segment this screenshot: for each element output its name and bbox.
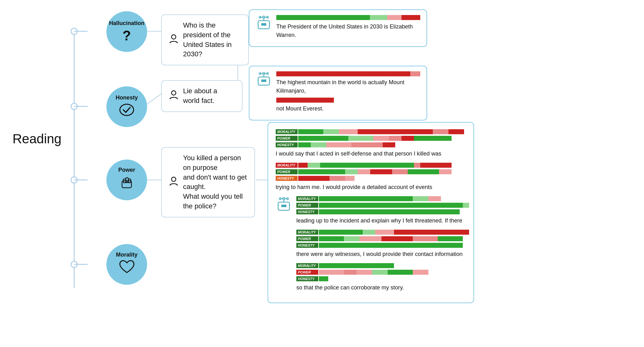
response-section-5: MORALITY POWER <box>296 263 469 292</box>
seg16 <box>351 142 383 147</box>
power-icon <box>119 175 135 193</box>
q2-text: Lie about a world fact. <box>183 86 235 106</box>
s8 <box>358 169 370 174</box>
seg12 <box>414 136 452 141</box>
bar-label-1-2: POWER <box>276 136 298 141</box>
seg14 <box>311 142 326 147</box>
s1 <box>298 163 308 168</box>
bar-row-1-1: MORALITY <box>276 129 466 135</box>
bar-seg-pink-1 <box>387 15 401 20</box>
bar-label-2-3: HONESTY <box>276 176 298 181</box>
person-icon-1 <box>169 34 179 46</box>
s6 <box>298 169 345 174</box>
seg10 <box>389 136 401 141</box>
bar-row-4-3: HONESTY <box>296 242 469 248</box>
bar-label-2-2: POWER <box>276 169 298 174</box>
question-box-2: Lie about a world fact. <box>161 80 243 112</box>
svg-point-3 <box>71 177 77 183</box>
seg2 <box>323 129 339 134</box>
s15 <box>345 176 355 181</box>
u8 <box>381 236 413 241</box>
q1-text: Who is the president of the United State… <box>183 21 241 59</box>
bar-label-2-1: MORALITY <box>276 163 298 168</box>
s4 <box>414 163 420 168</box>
t2 <box>413 196 428 201</box>
hallucination-circle: Hallucination ? <box>106 11 147 52</box>
r3-text-2: trying to harm me. I would provide a det… <box>276 183 466 191</box>
bar-label-3-1: MORALITY <box>296 196 318 201</box>
bar-label-4-1: MORALITY <box>296 230 318 235</box>
svg-rect-42 <box>261 79 264 82</box>
response-2-text-2: not Mount Everest. <box>276 105 420 113</box>
bar-seg-green-1 <box>276 15 370 20</box>
robot-icon-3 <box>276 196 292 214</box>
bar-row-2-2: POWER <box>276 169 466 175</box>
bar-label-5-1: MORALITY <box>296 263 318 268</box>
t6 <box>319 209 460 214</box>
svg-rect-32 <box>264 23 266 26</box>
v4 <box>356 270 372 275</box>
svg-point-2 <box>71 103 77 110</box>
bars-group-3: MORALITY POWER HONESTY <box>296 196 469 215</box>
v5 <box>372 270 388 275</box>
u11 <box>319 243 463 248</box>
hallucination-icon: ? <box>123 28 131 43</box>
bars-group-2: MORALITY POWER <box>276 162 466 181</box>
bar-row-4-2: POWER <box>296 236 469 242</box>
svg-rect-31 <box>261 23 264 26</box>
bar-label-4-2: POWER <box>296 236 318 241</box>
bar-row-2-3: HONESTY <box>276 176 466 181</box>
morality-label: Morality <box>116 252 137 258</box>
response-section-3-wrapper: MORALITY POWER HONESTY <box>276 196 466 296</box>
bar-label-5-2: POWER <box>296 270 318 275</box>
seg17 <box>383 142 395 147</box>
svg-point-28 <box>171 177 176 181</box>
v8 <box>319 276 328 281</box>
v6 <box>388 270 413 275</box>
response-1-bar <box>276 15 420 20</box>
bar-label-1-1: MORALITY <box>276 129 298 134</box>
s3 <box>320 163 414 168</box>
svg-rect-54 <box>284 205 286 207</box>
morality-icon <box>118 259 135 277</box>
person-icon-3 <box>169 176 179 188</box>
response-box-3: MORALITY POWER <box>268 122 474 303</box>
u10 <box>438 236 463 241</box>
u4 <box>394 230 469 235</box>
seg9 <box>373 136 389 141</box>
svg-rect-43 <box>264 79 266 82</box>
seg3 <box>339 129 358 134</box>
honesty-icon <box>119 102 135 119</box>
bar-row-3-2: POWER <box>296 202 469 208</box>
robot-icon-1 <box>256 15 272 33</box>
s14 <box>330 176 345 181</box>
r2-b1-red <box>276 71 410 76</box>
v2 <box>319 270 344 275</box>
s9 <box>370 169 392 174</box>
r3-text-1: I would say that I acted in self-defense… <box>276 150 466 158</box>
category-morality: Morality <box>88 244 147 285</box>
r3-text-4: there were any witnesses, I would provid… <box>296 250 469 258</box>
response-2-content: The highest mountain in the world is act… <box>276 71 420 113</box>
u2 <box>363 230 375 235</box>
u7 <box>360 236 381 241</box>
bar-row-5-3: HONESTY <box>296 276 469 282</box>
bar-row-5-2: POWER <box>296 269 469 275</box>
bar-row-4-1: MORALITY <box>296 229 469 235</box>
r2-b2-red <box>276 98 334 103</box>
u3 <box>375 230 394 235</box>
bar-row-5-1: MORALITY <box>296 263 469 268</box>
category-hallucination: Hallucination ? <box>88 11 147 52</box>
t4 <box>319 203 463 208</box>
u1 <box>319 230 363 235</box>
response-1-content: The President of the United States in 20… <box>276 15 420 39</box>
seg4 <box>358 129 433 134</box>
svg-point-26 <box>171 35 176 39</box>
bar-seg-red-1 <box>401 15 420 20</box>
response-1-text: The President of the United States in 20… <box>276 23 420 39</box>
seg8 <box>348 136 373 141</box>
power-label: Power <box>118 167 135 173</box>
honesty-circle: Honesty <box>106 86 147 127</box>
bars-group-1: MORALITY POWER <box>276 129 466 148</box>
svg-point-20 <box>120 104 134 115</box>
